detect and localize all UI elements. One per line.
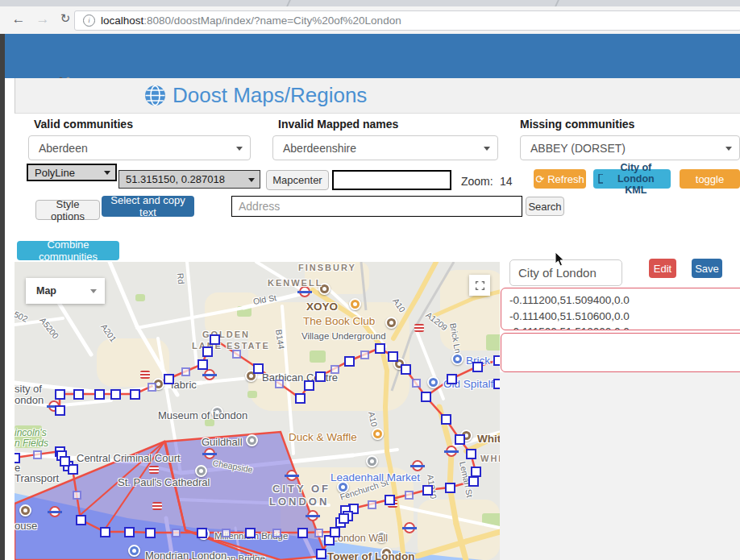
url-text[interactable]: localhost:8080/doostMap/index/?name=City…: [101, 15, 401, 27]
style-options-button[interactable]: Style options: [35, 200, 100, 220]
polyline-vertex-handle[interactable]: [245, 528, 256, 538]
edit-button[interactable]: Edit: [649, 259, 676, 278]
poi-icon[interactable]: [195, 465, 207, 477]
polyline-vertex-handle[interactable]: [295, 393, 306, 404]
polyline-vertex-handle[interactable]: [55, 389, 65, 400]
missing-communities-select[interactable]: ABBEY (DORSET): [520, 135, 740, 160]
polyline-vertex-handle[interactable]: [110, 389, 121, 400]
reload-icon[interactable]: ↻: [56, 11, 74, 26]
polyline-vertex-handle[interactable]: [73, 389, 84, 400]
rail-station-icon[interactable]: [152, 502, 162, 510]
rail-station-icon[interactable]: [414, 324, 424, 332]
underground-station-icon[interactable]: [404, 522, 415, 533]
underground-station-icon[interactable]: [299, 286, 310, 297]
polyline-vertex-handle[interactable]: [445, 483, 455, 493]
polyline-vertex-handle[interactable]: [316, 549, 326, 559]
rail-station-icon[interactable]: [149, 466, 159, 474]
polyline-vertex-handle[interactable]: [124, 527, 135, 537]
polyline-vertex-handle[interactable]: [197, 528, 207, 538]
polyline-vertex-handle[interactable]: [253, 363, 264, 374]
polyline-midpoint-handle[interactable]: [181, 367, 190, 376]
poi-icon[interactable]: [372, 428, 384, 440]
underground-station-icon[interactable]: [286, 470, 297, 481]
polyline-midpoint-handle[interactable]: [360, 351, 369, 359]
polyline-midpoint-handle[interactable]: [222, 529, 231, 537]
polyline-vertex-handle[interactable]: [76, 515, 86, 525]
polyline-midpoint-handle[interactable]: [232, 350, 241, 359]
refresh-button[interactable]: ⟳Refresh: [534, 169, 586, 189]
underground-station-icon[interactable]: [412, 460, 423, 471]
polyline-midpoint-handle[interactable]: [272, 529, 281, 537]
polyline-midpoint-handle[interactable]: [148, 383, 156, 392]
polyline-vertex-handle[interactable]: [441, 414, 451, 425]
polyline-vertex-handle[interactable]: [164, 374, 174, 384]
polyline-vertex-handle[interactable]: [401, 364, 411, 375]
save-button[interactable]: Save: [692, 259, 722, 278]
poi-icon[interactable]: [366, 455, 378, 467]
mapcenter-input[interactable]: [332, 170, 451, 190]
poi-icon[interactable]: [385, 317, 397, 329]
polyline-vertex-handle[interactable]: [202, 346, 213, 357]
polyline-vertex-handle[interactable]: [421, 392, 431, 402]
map-type-control[interactable]: Map: [26, 278, 105, 304]
combine-communities-button[interactable]: Combine communities: [17, 241, 119, 260]
search-button[interactable]: Search: [526, 197, 564, 216]
shape-type-select[interactable]: PolyLine: [27, 164, 117, 181]
polyline-midpoint-handle[interactable]: [412, 379, 421, 388]
polyline-vertex-handle[interactable]: [455, 434, 465, 445]
polyline-midpoint-handle[interactable]: [314, 529, 323, 537]
mapcenter-button[interactable]: Mapcenter: [266, 170, 329, 190]
polyline-vertex-handle[interactable]: [60, 456, 70, 467]
polyline-vertex-handle[interactable]: [55, 405, 65, 416]
poi-icon[interactable]: [246, 434, 258, 446]
polyline-vertex-handle[interactable]: [100, 527, 110, 537]
polyline-midpoint-handle[interactable]: [331, 365, 339, 374]
coordinates-textarea[interactable]: -0.111200,51.509400,0.0-0.111400,51.5106…: [501, 288, 740, 330]
polyline-midpoint-handle[interactable]: [73, 491, 81, 500]
polyline-midpoint-handle[interactable]: [172, 529, 181, 537]
secondary-textarea[interactable]: [501, 333, 740, 372]
polyline-midpoint-handle[interactable]: [275, 380, 284, 388]
polyline-vertex-handle[interactable]: [466, 449, 476, 459]
select-copy-button[interactable]: Select and copy text: [102, 196, 194, 217]
fullscreen-button[interactable]: [469, 275, 490, 296]
poi-icon[interactable]: [451, 353, 464, 365]
polyline-vertex-handle[interactable]: [375, 343, 385, 354]
polyline-vertex-handle[interactable]: [422, 485, 433, 496]
url-bar[interactable]: i localhost:8080/doostMap/index/?name=Ci…: [74, 10, 740, 31]
toggle-button[interactable]: toggle: [680, 169, 740, 189]
polyline-vertex-handle[interactable]: [388, 351, 398, 362]
polyline-vertex-handle[interactable]: [472, 362, 483, 372]
browser-tab-strip[interactable]: [0, 0, 740, 6]
polyline-vertex-handle[interactable]: [330, 527, 340, 537]
map-canvas[interactable]: Map FINSBURYKENWELLGOLDENLANE ESTATEWHIC…: [15, 262, 500, 560]
polyline-vertex-handle[interactable]: [493, 379, 500, 389]
polyline-vertex-handle[interactable]: [315, 371, 326, 382]
kml-button[interactable]: City of London KML: [593, 169, 671, 189]
polyline-vertex-handle[interactable]: [447, 374, 457, 384]
polyline-vertex-handle[interactable]: [94, 389, 105, 400]
polyline-vertex-handle[interactable]: [468, 476, 479, 487]
polyline-vertex-handle[interactable]: [145, 528, 156, 538]
poi-icon[interactable]: [427, 376, 439, 388]
address-input[interactable]: [231, 196, 522, 217]
valid-communities-select[interactable]: Aberdeen: [28, 135, 251, 160]
underground-station-icon[interactable]: [204, 369, 215, 380]
polyline-vertex-handle[interactable]: [197, 359, 208, 370]
coords-select[interactable]: 51.315150, 0.287018: [118, 170, 260, 189]
underground-station-icon[interactable]: [307, 510, 318, 521]
polyline-vertex-handle[interactable]: [15, 453, 20, 463]
underground-station-icon[interactable]: [446, 446, 457, 457]
polyline-midpoint-handle[interactable]: [33, 450, 42, 459]
polyline-midpoint-handle[interactable]: [405, 491, 414, 500]
poi-icon[interactable]: [349, 298, 361, 310]
underground-station-icon[interactable]: [49, 506, 60, 517]
invalid-mapped-select[interactable]: Aberdeenshire: [272, 135, 498, 160]
polyline-vertex-handle[interactable]: [304, 380, 314, 391]
poi-icon[interactable]: [128, 545, 140, 557]
polyline-vertex-handle[interactable]: [493, 355, 500, 366]
polyline-vertex-handle[interactable]: [210, 334, 220, 345]
polyline-vertex-handle[interactable]: [130, 389, 140, 400]
polyline-vertex-handle[interactable]: [344, 356, 355, 367]
forward-icon[interactable]: →: [34, 11, 52, 27]
